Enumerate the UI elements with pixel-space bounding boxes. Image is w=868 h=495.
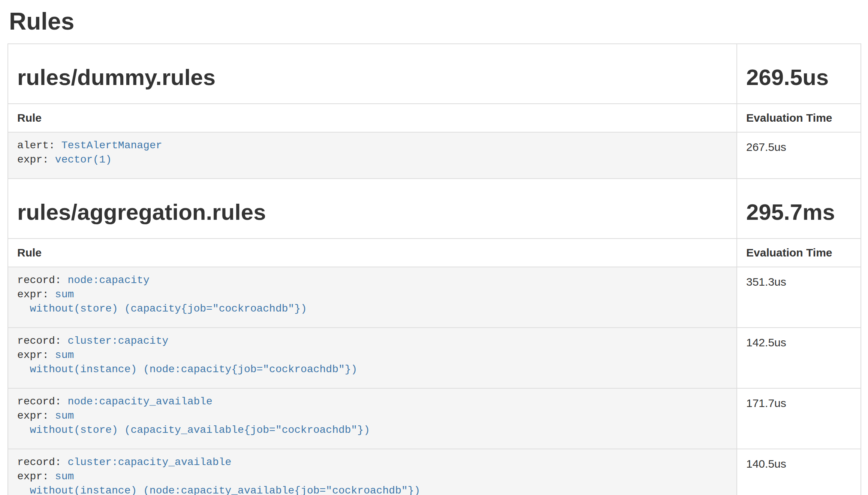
rule-group-eval-time-cell: 269.5us bbox=[737, 44, 861, 104]
page-title: Rules bbox=[9, 8, 861, 34]
rule-snippet: record: node:capacity_available expr: su… bbox=[17, 395, 727, 437]
record-name-link[interactable]: node:capacity bbox=[67, 274, 149, 286]
rules-table: rules/dummy.rules 269.5us Rule Evaluatio… bbox=[7, 43, 861, 495]
column-header-row: Rule Evaluation Time bbox=[8, 104, 861, 132]
rule-group-name: rules/dummy.rules bbox=[17, 65, 727, 90]
expr-link[interactable]: sum without(instance) (node:capacity{job… bbox=[17, 349, 357, 375]
rule-row: record: node:capacity expr: sum without(… bbox=[8, 267, 861, 328]
alert-name-link[interactable]: TestAlertManager bbox=[61, 140, 162, 151]
rule-group-name-cell: rules/dummy.rules bbox=[8, 44, 737, 104]
evaluation-time-value: 140.5us bbox=[737, 449, 861, 495]
expr-link[interactable]: sum without(store) (capacity{job="cockro… bbox=[17, 289, 307, 315]
rule-cell: record: node:capacity_available expr: su… bbox=[8, 388, 737, 449]
rule-row: record: node:capacity_available expr: su… bbox=[8, 388, 861, 449]
expr-label: expr: bbox=[17, 154, 49, 165]
rule-group-eval-time: 295.7ms bbox=[746, 200, 852, 225]
evaluation-time-value: 351.3us bbox=[737, 267, 861, 328]
rule-kind-label: record: bbox=[17, 456, 61, 468]
evaluation-time-value: 267.5us bbox=[737, 132, 861, 179]
rule-kind-label: record: bbox=[17, 274, 61, 286]
record-name-link[interactable]: node:capacity_available bbox=[67, 396, 212, 407]
evaluation-time-column-header: Evaluation Time bbox=[737, 104, 861, 132]
rule-cell: alert: TestAlertManager expr: vector(1) bbox=[8, 132, 737, 179]
expr-label: expr: bbox=[17, 471, 49, 482]
evaluation-time-value: 142.5us bbox=[737, 328, 861, 388]
rule-kind-label: alert: bbox=[17, 140, 55, 151]
rule-kind-label: record: bbox=[17, 396, 61, 407]
rule-kind-label: record: bbox=[17, 335, 61, 347]
page-container: Rules rules/dummy.rules 269.5us Rule Eva… bbox=[0, 8, 868, 495]
expr-label: expr: bbox=[17, 410, 49, 422]
rule-group-name-cell: rules/aggregation.rules bbox=[8, 179, 737, 239]
column-header-row: Rule Evaluation Time bbox=[8, 239, 861, 267]
rule-snippet: alert: TestAlertManager expr: vector(1) bbox=[17, 139, 727, 167]
evaluation-time-column-header: Evaluation Time bbox=[737, 239, 861, 267]
expr-label: expr: bbox=[17, 289, 49, 300]
record-name-link[interactable]: cluster:capacity bbox=[67, 335, 168, 347]
record-name-link[interactable]: cluster:capacity_available bbox=[67, 456, 231, 468]
rule-group-header-row: rules/aggregation.rules 295.7ms bbox=[8, 179, 861, 239]
rule-group-eval-time-cell: 295.7ms bbox=[737, 179, 861, 239]
evaluation-time-value: 171.7us bbox=[737, 388, 861, 449]
rule-row: record: cluster:capacity expr: sum witho… bbox=[8, 328, 861, 388]
expr-link[interactable]: vector(1) bbox=[55, 154, 112, 165]
rule-row: alert: TestAlertManager expr: vector(1) … bbox=[8, 132, 861, 179]
rule-snippet: record: node:capacity expr: sum without(… bbox=[17, 273, 727, 316]
expr-label: expr: bbox=[17, 349, 49, 361]
rule-column-header: Rule bbox=[8, 104, 737, 132]
rule-cell: record: node:capacity expr: sum without(… bbox=[8, 267, 737, 328]
expr-link[interactable]: sum without(instance) (node:capacity_ava… bbox=[17, 471, 420, 495]
rule-column-header: Rule bbox=[8, 239, 737, 267]
rule-cell: record: cluster:capacity_available expr:… bbox=[8, 449, 737, 495]
rule-snippet: record: cluster:capacity expr: sum witho… bbox=[17, 334, 727, 377]
rule-snippet: record: cluster:capacity_available expr:… bbox=[17, 455, 727, 495]
expr-link[interactable]: sum without(store) (capacity_available{j… bbox=[17, 410, 370, 436]
rule-group-eval-time: 269.5us bbox=[746, 65, 852, 90]
rule-row: record: cluster:capacity_available expr:… bbox=[8, 449, 861, 495]
rule-cell: record: cluster:capacity expr: sum witho… bbox=[8, 328, 737, 388]
rule-group-header-row: rules/dummy.rules 269.5us bbox=[8, 44, 861, 104]
rule-group-name: rules/aggregation.rules bbox=[17, 200, 727, 225]
